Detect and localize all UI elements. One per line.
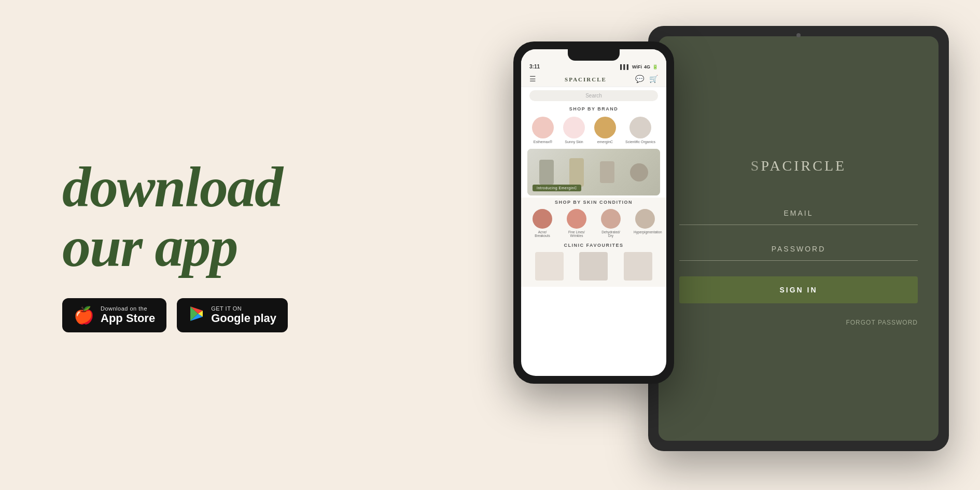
product-visual-3	[600, 161, 614, 183]
brand-label-4: Scientific Organics	[625, 140, 655, 144]
phone-search-placeholder: Search	[585, 93, 602, 99]
brand-item[interactable]: emerginC	[594, 117, 616, 144]
skin-label-3: Dehydrated/ Dry	[599, 230, 622, 237]
phone-clinic-products	[521, 250, 666, 283]
skin-item[interactable]: Dehydrated/ Dry	[599, 209, 622, 237]
wifi-icon: WiFi	[632, 64, 642, 69]
tablet-email-field[interactable]: EMAIL	[679, 202, 918, 225]
phone-skin-section-title: SHOP BY SKIN CONDITION	[521, 198, 666, 207]
skin-label-1: Acne/ Breakouts	[531, 230, 554, 237]
skin-circle-3	[601, 209, 621, 229]
tablet-password-field[interactable]: PASSWORD	[679, 237, 918, 261]
skin-item[interactable]: Hyperpigmentation	[634, 209, 656, 237]
headline-line2: our app	[62, 215, 237, 278]
phone-brand-logo: SPACIRCLE	[565, 76, 607, 82]
phone-time: 3:11	[529, 64, 540, 69]
devices-section: SPACIRCLE EMAIL PASSWORD SIGN IN FORGOT …	[410, 0, 980, 490]
skin-label-2: Fine Lines/ Wrinkles	[565, 230, 588, 237]
skin-label-4: Hyperpigmentation	[634, 230, 656, 234]
phone-clinic-section: CLINIC FAVOURITES	[521, 241, 666, 287]
apple-icon: 🍎	[74, 307, 94, 324]
phone-search-bar[interactable]: Search	[529, 90, 658, 101]
phone-menu-icon[interactable]: ☰	[529, 75, 536, 83]
google-play-main-label: Google play	[211, 312, 276, 325]
clinic-product-2[interactable]	[579, 252, 608, 281]
phone-banner-label: Introducing EmerginC	[533, 185, 581, 191]
brand-item[interactable]: Sunny Skin	[563, 117, 585, 144]
brand-label-1: Esthemax®	[534, 140, 552, 144]
google-play-icon	[188, 305, 205, 325]
brand-item[interactable]: Scientific Organics	[625, 117, 655, 144]
battery-icon: 🔋	[652, 64, 658, 69]
google-play-text: GET IT ON Google play	[211, 305, 276, 325]
brand-circle-1	[532, 117, 554, 138]
phone-skin-section: SHOP BY SKIN CONDITION Acne/ Breakouts F…	[521, 198, 666, 241]
product-visual-4	[630, 163, 648, 181]
phone-screen: 3:11 ▌▌▌ WiFi 4G 🔋 ☰ SPACIRCLE 💬 🛒	[521, 49, 666, 376]
phone-notch	[568, 49, 620, 61]
app-store-button[interactable]: 🍎 Download on the App Store	[62, 298, 166, 332]
brand-circle-2	[563, 117, 585, 138]
headline: download our app	[62, 158, 342, 277]
skin-item[interactable]: Fine Lines/ Wrinkles	[565, 209, 588, 237]
google-play-button[interactable]: GET IT ON Google play	[177, 298, 288, 332]
phone-cart-icon[interactable]: 🛒	[649, 75, 658, 83]
app-store-main-label: App Store	[101, 312, 155, 325]
phone-clinic-section-title: CLINIC FAVOURITES	[521, 241, 666, 250]
left-section: download our app 🍎 Download on the App S…	[0, 116, 373, 374]
phone-skin-circles: Acne/ Breakouts Fine Lines/ Wrinkles Deh…	[521, 207, 666, 241]
skin-circle-4	[635, 209, 655, 229]
phone-brands: Esthemax® Sunny Skin emerginC Scientific…	[521, 114, 666, 147]
tablet-device: SPACIRCLE EMAIL PASSWORD SIGN IN FORGOT …	[648, 26, 949, 451]
network-type: 4G	[644, 64, 650, 69]
phone-banner: Introducing EmerginC	[527, 149, 660, 195]
store-buttons: 🍎 Download on the App Store GET IT ON Go…	[62, 298, 342, 332]
brand-circle-3	[594, 117, 616, 138]
skin-circle-1	[533, 209, 552, 229]
tablet-signin-button[interactable]: SIGN IN	[679, 276, 918, 303]
tablet-screen: SPACIRCLE EMAIL PASSWORD SIGN IN FORGOT …	[659, 36, 939, 441]
product-visual-2	[569, 158, 584, 187]
clinic-product-1[interactable]	[535, 252, 564, 281]
signal-icon: ▌▌▌	[620, 64, 630, 69]
brand-label-2: Sunny Skin	[565, 140, 583, 144]
phone-brand-section-title: SHOP BY BRAND	[521, 104, 666, 114]
brand-item[interactable]: Esthemax®	[532, 117, 554, 144]
app-store-text: Download on the App Store	[101, 305, 155, 325]
clinic-product-3[interactable]	[624, 252, 652, 281]
skin-circle-2	[567, 209, 586, 229]
phone-nav-icons: 💬 🛒	[635, 75, 658, 83]
headline-line1: download	[62, 156, 282, 219]
brand-label-3: emerginC	[597, 140, 613, 144]
tablet-forgot-password[interactable]: FORGOT PASSWORD	[679, 319, 918, 326]
phone-nav: ☰ SPACIRCLE 💬 🛒	[521, 72, 666, 87]
product-visual-1	[539, 160, 554, 185]
skin-item[interactable]: Acne/ Breakouts	[531, 209, 554, 237]
tablet-brand-logo: SPACIRCLE	[751, 151, 846, 176]
phone-chat-icon[interactable]: 💬	[635, 75, 644, 83]
tablet-camera	[796, 33, 801, 37]
google-play-sub-label: GET IT ON	[211, 305, 276, 312]
phone-device: 3:11 ▌▌▌ WiFi 4G 🔋 ☰ SPACIRCLE 💬 🛒	[513, 41, 674, 384]
brand-circle-4	[629, 117, 651, 138]
app-store-sub-label: Download on the	[101, 305, 155, 312]
phone-status-icons: ▌▌▌ WiFi 4G 🔋	[620, 64, 658, 69]
